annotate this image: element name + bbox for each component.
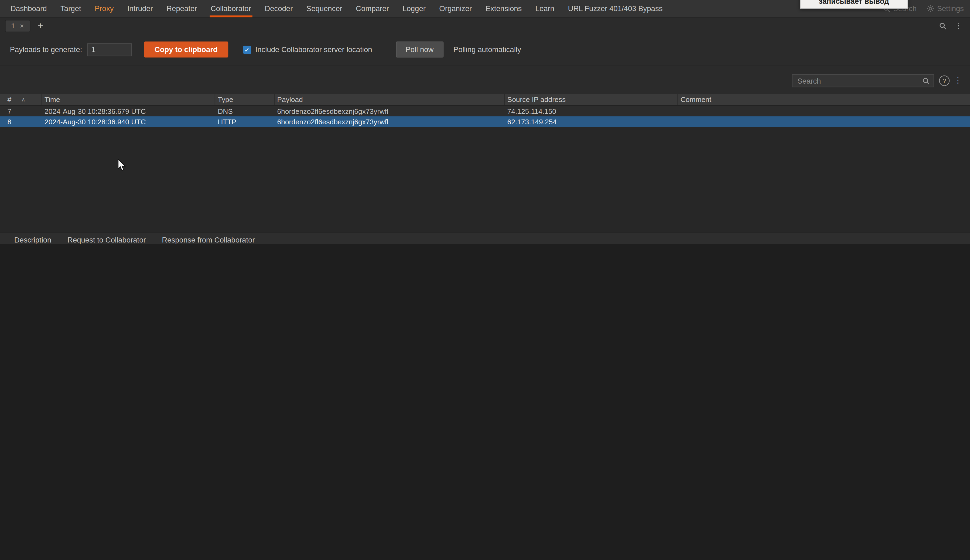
table-row-7[interactable]: 72024-Aug-30 10:28:36.679 UTCDNS6hordenz…: [0, 106, 970, 116]
menu-item-comparer[interactable]: Comparer: [349, 0, 396, 17]
payloads-label: Payloads to generate:: [10, 45, 82, 54]
kebab-menu-icon[interactable]: ⋮: [954, 75, 962, 85]
kebab-menu-icon[interactable]: ⋮: [955, 21, 963, 30]
cell-type: DNS: [215, 106, 275, 116]
search-icon: [922, 77, 930, 85]
menu-item-target[interactable]: Target: [54, 0, 88, 17]
include-location-label: Include Collaborator server location: [255, 45, 372, 54]
menu-item-logger[interactable]: Logger: [396, 0, 432, 17]
mouse-cursor: [118, 159, 126, 171]
menu-item-sequencer[interactable]: Sequencer: [300, 0, 349, 17]
interactions-table: # ∧ Time Type Payload Source IP address …: [0, 94, 970, 233]
menu-item-learn[interactable]: Learn: [528, 0, 561, 17]
top-settings-button[interactable]: Settings: [927, 4, 964, 13]
col-header-type[interactable]: Type: [215, 94, 275, 105]
cell-num: 7: [0, 106, 42, 116]
cell-num: 8: [0, 116, 42, 127]
menu-item-organizer[interactable]: Organizer: [432, 0, 478, 17]
table-body: 72024-Aug-30 10:28:36.679 UTCDNS6hordenz…: [0, 106, 970, 127]
menu-item-extensions[interactable]: Extensions: [478, 0, 528, 17]
col-header-time[interactable]: Time: [42, 94, 215, 105]
tab-response-from-collaborator[interactable]: Response from Collaborator: [154, 233, 263, 244]
gear-icon: [927, 5, 934, 12]
collaborator-tab-1[interactable]: 1 ×: [5, 19, 30, 32]
col-header-payload[interactable]: Payload: [275, 94, 505, 105]
document-tabbar: 1 × +: [0, 18, 970, 33]
tab-request-to-collaborator[interactable]: Request to Collaborator: [59, 233, 154, 244]
cell-comment: [678, 106, 970, 116]
include-location-option[interactable]: ✓ Include Collaborator server location: [243, 45, 372, 54]
results-search-field[interactable]: [792, 74, 934, 87]
menu-item-intruder[interactable]: Intruder: [120, 0, 160, 17]
col-num-label: #: [8, 96, 12, 103]
cell-type: HTTP: [215, 116, 275, 127]
close-icon[interactable]: ×: [20, 22, 24, 29]
cell-source_ip: 74.125.114.150: [505, 106, 678, 116]
menu-item-decoder[interactable]: Decoder: [258, 0, 299, 17]
message-tabs: Description Request to Collaborator Resp…: [0, 233, 970, 244]
menu-item-proxy[interactable]: Proxy: [88, 0, 120, 17]
help-icon[interactable]: ?: [939, 75, 950, 86]
add-tab-button[interactable]: +: [37, 21, 43, 31]
cell-time: 2024-Aug-30 10:28:36.679 UTC: [42, 106, 215, 116]
search-icon[interactable]: [939, 22, 947, 29]
burp-suite-window: DashboardTargetProxyIntruderRepeaterColl…: [0, 0, 970, 244]
top-settings-label: Settings: [937, 4, 964, 13]
payloads-input[interactable]: [87, 43, 132, 56]
polling-status: Polling automatically: [453, 45, 521, 54]
menu-items: DashboardTargetProxyIntruderRepeaterColl…: [4, 0, 670, 17]
table-row-8[interactable]: 82024-Aug-30 10:28:36.940 UTCHTTP6horden…: [0, 116, 970, 127]
tab-description[interactable]: Description: [6, 233, 59, 244]
table-header: # ∧ Time Type Payload Source IP address …: [0, 94, 970, 106]
copy-to-clipboard-button[interactable]: Copy to clipboard: [144, 42, 228, 58]
checkbox-checked-icon[interactable]: ✓: [243, 46, 251, 54]
col-header-source-ip[interactable]: Source IP address: [505, 94, 678, 105]
sort-asc-icon: ∧: [21, 97, 25, 103]
cell-payload: 6hordenzo2fl6esdbexznj6gx73yrwfl: [275, 116, 505, 127]
results-bar: ? ⋮: [0, 65, 970, 95]
menu-item-dashboard[interactable]: Dashboard: [4, 0, 54, 17]
tooltip: записывает вывод: [800, 0, 908, 8]
tabbar-right: ⋮: [939, 18, 962, 33]
cell-payload: 6hordenzo2fl6esdbexznj6gx73yrwfl: [275, 106, 505, 116]
poll-now-button[interactable]: Poll now: [396, 42, 443, 58]
tab-label: 1: [11, 22, 15, 29]
menu-item-url-fuzzer-401-403-bypass[interactable]: URL Fuzzer 401/403 Bypass: [561, 0, 669, 17]
cell-source_ip: 62.173.149.254: [505, 116, 678, 127]
menu-item-repeater[interactable]: Repeater: [160, 0, 204, 17]
cell-comment: [678, 116, 970, 127]
results-search-input[interactable]: [793, 76, 923, 85]
col-header-num[interactable]: # ∧: [0, 94, 42, 105]
cell-time: 2024-Aug-30 10:28:36.940 UTC: [42, 116, 215, 127]
col-header-comment[interactable]: Comment: [678, 94, 970, 105]
collaborator-toolbar: Payloads to generate: Copy to clipboard …: [0, 33, 970, 65]
menu-item-collaborator[interactable]: Collaborator: [204, 0, 258, 17]
check-icon: ✓: [244, 46, 250, 53]
